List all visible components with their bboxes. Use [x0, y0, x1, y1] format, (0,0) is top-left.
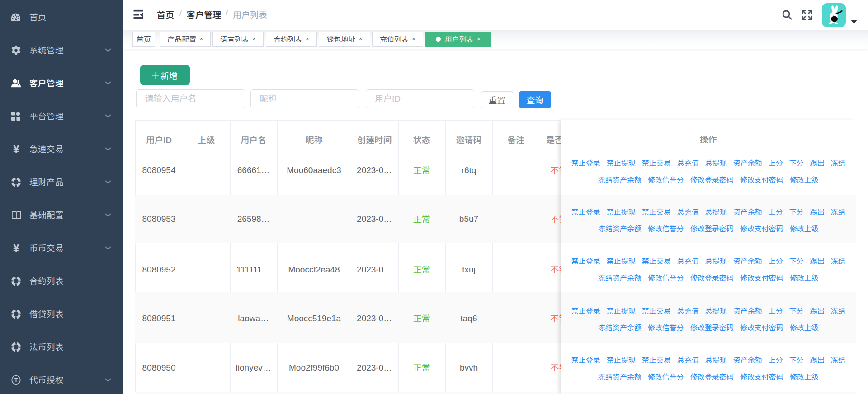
svg-text:¥: ¥ [13, 243, 19, 253]
svg-text:¥: ¥ [13, 144, 19, 155]
